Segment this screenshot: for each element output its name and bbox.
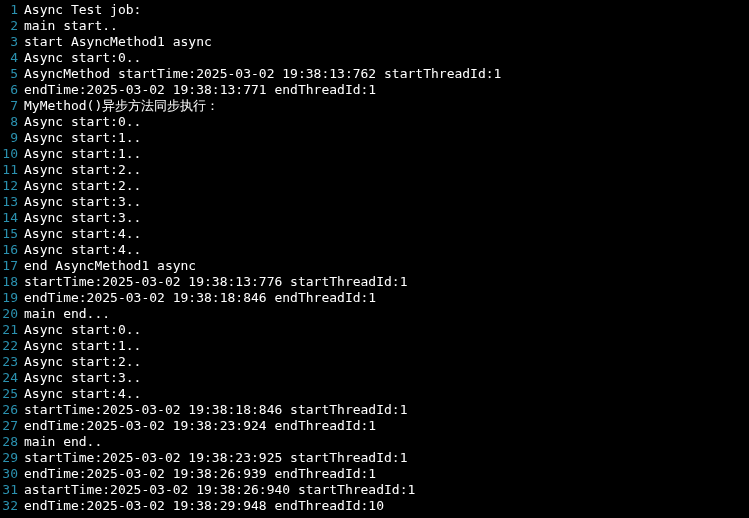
console-line: 13Async start:3.. xyxy=(0,194,749,210)
console-line: 25Async start:4.. xyxy=(0,386,749,402)
line-text: startTime:2025-03-02 19:38:18:846 startT… xyxy=(24,402,408,418)
console-line: 17end AsyncMethod1 async xyxy=(0,258,749,274)
console-line: 12Async start:2.. xyxy=(0,178,749,194)
line-text: Async start:4.. xyxy=(24,242,141,258)
line-text: Async start:1.. xyxy=(24,146,141,162)
line-text: startTime:2025-03-02 19:38:13:776 startT… xyxy=(24,274,408,290)
line-number: 9 xyxy=(0,130,24,146)
console-line: 31astartTime:2025-03-02 19:38:26:940 sta… xyxy=(0,482,749,498)
line-number: 15 xyxy=(0,226,24,242)
line-text: Async start:0.. xyxy=(24,114,141,130)
line-number: 32 xyxy=(0,498,24,514)
line-text: Async start:2.. xyxy=(24,354,141,370)
line-number: 24 xyxy=(0,370,24,386)
line-number: 21 xyxy=(0,322,24,338)
console-line: 16Async start:4.. xyxy=(0,242,749,258)
line-text: end AsyncMethod1 async xyxy=(24,258,196,274)
line-text: MyMethod()异步方法同步执行： xyxy=(24,98,219,114)
console-line: 18startTime:2025-03-02 19:38:13:776 star… xyxy=(0,274,749,290)
console-line: 4Async start:0.. xyxy=(0,50,749,66)
line-number: 1 xyxy=(0,2,24,18)
line-text: Async start:3.. xyxy=(24,194,141,210)
line-number: 30 xyxy=(0,466,24,482)
line-number: 12 xyxy=(0,178,24,194)
console-line: 14Async start:3.. xyxy=(0,210,749,226)
console-line: 20main end... xyxy=(0,306,749,322)
line-text: Async start:2.. xyxy=(24,162,141,178)
line-text: endTime:2025-03-02 19:38:18:846 endThrea… xyxy=(24,290,376,306)
line-number: 13 xyxy=(0,194,24,210)
line-number: 23 xyxy=(0,354,24,370)
line-text: Async start:0.. xyxy=(24,50,141,66)
line-text: Async start:1.. xyxy=(24,338,141,354)
console-line: 3start AsyncMethod1 async xyxy=(0,34,749,50)
line-text: main start.. xyxy=(24,18,118,34)
console-line: 32endTime:2025-03-02 19:38:29:948 endThr… xyxy=(0,498,749,514)
line-text: main end... xyxy=(24,306,110,322)
line-number: 17 xyxy=(0,258,24,274)
line-number: 2 xyxy=(0,18,24,34)
line-number: 22 xyxy=(0,338,24,354)
line-number: 18 xyxy=(0,274,24,290)
console-line: 19endTime:2025-03-02 19:38:18:846 endThr… xyxy=(0,290,749,306)
line-text: Async start:4.. xyxy=(24,226,141,242)
line-number: 16 xyxy=(0,242,24,258)
line-number: 8 xyxy=(0,114,24,130)
line-number: 7 xyxy=(0,98,24,114)
line-text: Async Test job: xyxy=(24,2,141,18)
line-number: 28 xyxy=(0,434,24,450)
console-output: 1Async Test job:2main start..3start Asyn… xyxy=(0,2,749,514)
console-line: 23Async start:2.. xyxy=(0,354,749,370)
line-number: 19 xyxy=(0,290,24,306)
line-number: 6 xyxy=(0,82,24,98)
console-line: 8Async start:0.. xyxy=(0,114,749,130)
console-line: 2main start.. xyxy=(0,18,749,34)
console-line: 15Async start:4.. xyxy=(0,226,749,242)
line-text: Async start:3.. xyxy=(24,370,141,386)
line-text: endTime:2025-03-02 19:38:29:948 endThrea… xyxy=(24,498,384,514)
line-number: 26 xyxy=(0,402,24,418)
line-text: endTime:2025-03-02 19:38:26:939 endThrea… xyxy=(24,466,376,482)
line-number: 5 xyxy=(0,66,24,82)
line-text: endTime:2025-03-02 19:38:23:924 endThrea… xyxy=(24,418,376,434)
line-text: Async start:4.. xyxy=(24,386,141,402)
console-line: 29startTime:2025-03-02 19:38:23:925 star… xyxy=(0,450,749,466)
console-line: 24Async start:3.. xyxy=(0,370,749,386)
line-text: Async start:0.. xyxy=(24,322,141,338)
console-line: 22Async start:1.. xyxy=(0,338,749,354)
console-line: 1Async Test job: xyxy=(0,2,749,18)
console-line: 26startTime:2025-03-02 19:38:18:846 star… xyxy=(0,402,749,418)
line-text: main end.. xyxy=(24,434,102,450)
line-text: Async start:2.. xyxy=(24,178,141,194)
console-line: 7MyMethod()异步方法同步执行： xyxy=(0,98,749,114)
console-line: 28main end.. xyxy=(0,434,749,450)
line-number: 4 xyxy=(0,50,24,66)
line-number: 10 xyxy=(0,146,24,162)
line-number: 27 xyxy=(0,418,24,434)
console-line: 30endTime:2025-03-02 19:38:26:939 endThr… xyxy=(0,466,749,482)
console-line: 6endTime:2025-03-02 19:38:13:771 endThre… xyxy=(0,82,749,98)
line-text: AsyncMethod startTime:2025-03-02 19:38:1… xyxy=(24,66,501,82)
console-line: 11Async start:2.. xyxy=(0,162,749,178)
line-number: 11 xyxy=(0,162,24,178)
console-line: 21Async start:0.. xyxy=(0,322,749,338)
line-text: endTime:2025-03-02 19:38:13:771 endThrea… xyxy=(24,82,376,98)
line-number: 31 xyxy=(0,482,24,498)
line-number: 3 xyxy=(0,34,24,50)
line-number: 20 xyxy=(0,306,24,322)
line-text: astartTime:2025-03-02 19:38:26:940 start… xyxy=(24,482,415,498)
line-text: Async start:3.. xyxy=(24,210,141,226)
line-text: Async start:1.. xyxy=(24,130,141,146)
line-text: start AsyncMethod1 async xyxy=(24,34,212,50)
line-number: 29 xyxy=(0,450,24,466)
line-number: 25 xyxy=(0,386,24,402)
console-line: 5AsyncMethod startTime:2025-03-02 19:38:… xyxy=(0,66,749,82)
console-line: 27endTime:2025-03-02 19:38:23:924 endThr… xyxy=(0,418,749,434)
console-line: 10Async start:1.. xyxy=(0,146,749,162)
console-line: 9Async start:1.. xyxy=(0,130,749,146)
line-text: startTime:2025-03-02 19:38:23:925 startT… xyxy=(24,450,408,466)
line-number: 14 xyxy=(0,210,24,226)
